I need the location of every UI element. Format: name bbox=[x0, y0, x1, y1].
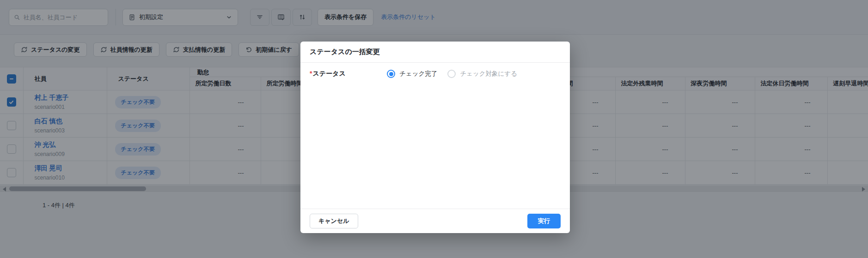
radio-label: チェック対象にする bbox=[460, 70, 517, 78]
radio-selected-icon bbox=[387, 70, 395, 78]
status-radio-group: チェック完了 チェック対象にする bbox=[387, 70, 517, 78]
execute-button[interactable]: 実行 bbox=[527, 214, 561, 228]
modal-footer: キャンセル 実行 bbox=[300, 209, 570, 233]
radio-unselected-icon bbox=[447, 70, 456, 78]
bulk-status-change-modal: ステータスの一括変更 *ステータス チェック完了 チェック対象にする キャンセル… bbox=[300, 42, 570, 233]
cancel-button[interactable]: キャンセル bbox=[310, 214, 358, 228]
radio-option-check-complete[interactable]: チェック完了 bbox=[387, 70, 437, 78]
status-field-label: *ステータス bbox=[310, 70, 387, 78]
radio-option-check-target[interactable]: チェック対象にする bbox=[447, 70, 517, 78]
radio-label: チェック完了 bbox=[399, 70, 437, 78]
modal-title: ステータスの一括変更 bbox=[310, 48, 380, 56]
modal-body: *ステータス チェック完了 チェック対象にする bbox=[300, 63, 570, 85]
modal-header: ステータスの一括変更 bbox=[300, 42, 570, 63]
required-mark: * bbox=[310, 70, 312, 77]
